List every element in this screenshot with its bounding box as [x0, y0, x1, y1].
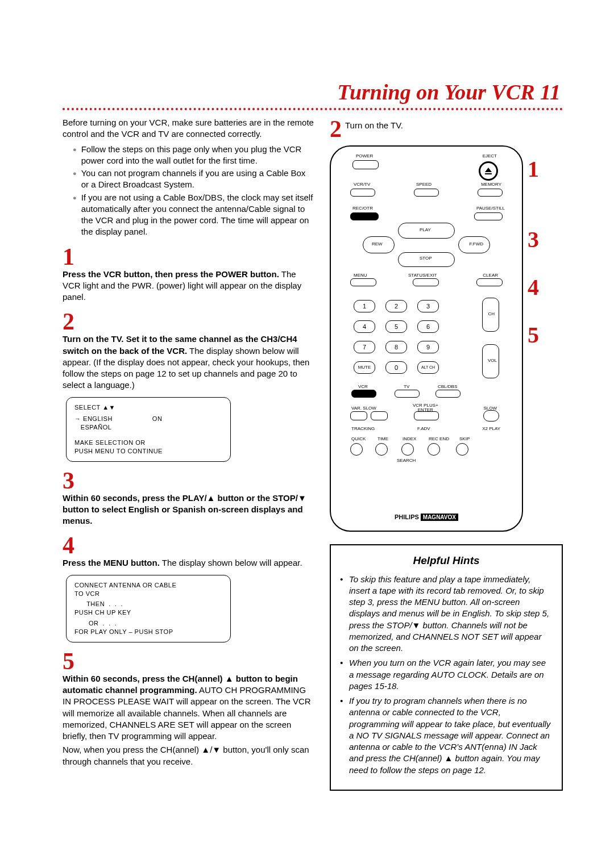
- key-2[interactable]: 2: [385, 300, 407, 312]
- clear-button[interactable]: [476, 278, 503, 286]
- right-step-2-number: 2: [330, 117, 342, 141]
- lbl-recend: REC END: [429, 436, 449, 441]
- key-6[interactable]: 6: [417, 320, 439, 333]
- side-num-4: 4: [528, 276, 539, 299]
- remote-side-numbers: 1 3 4 5: [528, 158, 539, 347]
- step-2-text: Turn on the TV. Set it to the same chann…: [63, 333, 314, 391]
- side-num-1: 1: [528, 158, 539, 181]
- lbl-time: TIME: [377, 436, 388, 441]
- lbl-stop: STOP: [420, 256, 432, 261]
- quick-button[interactable]: [350, 443, 363, 456]
- power-button[interactable]: [352, 160, 379, 169]
- recotr-button[interactable]: [350, 212, 379, 220]
- recend-button[interactable]: [428, 443, 440, 456]
- osd2-line4: PUSH CH UP KEY: [74, 608, 222, 617]
- right-column: 2 Turn on the TV. POWER EJECT VCR/TV SPE…: [330, 117, 563, 791]
- step-3-number: 3: [63, 469, 314, 493]
- lbl-varslow: VAR. SLOW: [351, 406, 376, 411]
- slow-button[interactable]: [483, 410, 499, 422]
- bullet-1: Follow the steps on this page only when …: [73, 144, 314, 167]
- lbl-play: PLAY: [420, 227, 431, 232]
- menu-button[interactable]: [350, 278, 376, 286]
- brand-magnavox: MAGNAVOX: [421, 514, 458, 521]
- skip-button[interactable]: [456, 443, 468, 456]
- left-column: Before turning on your VCR, make sure ba…: [63, 117, 314, 791]
- lbl-vcr: VCR: [358, 384, 368, 389]
- altch-button[interactable]: ALT CH: [417, 361, 439, 374]
- turn-on-tv-row: 2 Turn on the TV.: [330, 117, 563, 141]
- key-1[interactable]: 1: [354, 300, 375, 312]
- vcr-button[interactable]: [351, 390, 376, 398]
- bullet-2-text: You can not program channels if you are …: [81, 168, 314, 191]
- brand-philips: PHILIPS: [395, 514, 419, 520]
- bullet-3: If you are not using a Cable Box/DBS, th…: [73, 192, 314, 238]
- step-4-text: Press the MENU button. The display shown…: [63, 557, 314, 569]
- osd1-on: ON: [152, 415, 163, 423]
- status-button[interactable]: [413, 278, 439, 286]
- eject-button[interactable]: [479, 161, 498, 181]
- varslow-up[interactable]: [371, 411, 388, 420]
- key-5[interactable]: 5: [385, 320, 407, 333]
- osd1-espanol: ESPAÑOL: [74, 423, 222, 432]
- hint-2: When you turn on the VCR again later, yo…: [340, 657, 553, 692]
- lbl-vol: VOL: [488, 358, 497, 363]
- remote-wrap: POWER EJECT VCR/TV SPEED MEMORY REC/OTR …: [330, 141, 563, 544]
- key-9[interactable]: 9: [417, 341, 439, 353]
- lbl-recotr: REC/OTR: [352, 206, 373, 211]
- bullet-3-text: If you are not using a Cable Box/DBS, th…: [81, 192, 314, 238]
- onscreen-display-2: CONNECT ANTENNA OR CABLE TO VCR THEN . .…: [66, 575, 231, 642]
- hints-list: To skip this feature and play a tape imm…: [340, 574, 553, 776]
- lbl-index: INDEX: [403, 436, 416, 441]
- key-0[interactable]: 0: [385, 361, 407, 374]
- lbl-memory: MEMORY: [481, 182, 501, 187]
- varslow-down[interactable]: [350, 411, 367, 420]
- osd2-line3: THEN . . .: [74, 600, 222, 608]
- vcrtv-button[interactable]: [350, 189, 375, 197]
- hints-title: Helpful Hints: [340, 553, 553, 568]
- lbl-power: POWER: [356, 153, 373, 158]
- step-5-text: Within 60 seconds, press the CH(annel) ▲…: [63, 673, 314, 742]
- step-5-number: 5: [63, 649, 314, 673]
- vcrplus-button[interactable]: [414, 411, 439, 420]
- remote-diagram: POWER EJECT VCR/TV SPEED MEMORY REC/OTR …: [330, 145, 523, 532]
- lbl-ffwd: F.FWD: [470, 241, 483, 247]
- index-button[interactable]: [401, 443, 414, 456]
- lbl-tracking: TRACKING: [351, 426, 375, 431]
- divider-dots: [63, 108, 563, 110]
- lbl-pause: PAUSE/STILL: [476, 206, 505, 211]
- pause-button[interactable]: [474, 212, 503, 220]
- lbl-quick: QUICK: [351, 436, 366, 441]
- osd2-line6: FOR PLAY ONLY – PUSH STOP: [74, 628, 222, 636]
- lbl-x2: X2 PLAY: [482, 426, 500, 431]
- key-8[interactable]: 8: [385, 341, 407, 353]
- bullet-2: You can not program channels if you are …: [73, 168, 314, 191]
- side-num-3: 3: [528, 228, 539, 251]
- onscreen-display-1: SELECT ▲▼ → ENGLISH ON ESPAÑOL MAKE SELE…: [66, 397, 231, 462]
- side-num-5: 5: [528, 324, 539, 347]
- lbl-menu: MENU: [354, 273, 367, 278]
- page-title: Turning on Your VCR 11: [63, 80, 563, 105]
- osd1-line1: SELECT ▲▼: [74, 403, 222, 412]
- cbl-button[interactable]: [435, 390, 460, 398]
- lbl-speed: SPEED: [416, 182, 432, 187]
- lbl-fadv: F.ADV: [417, 426, 430, 431]
- lbl-skip: SKIP: [459, 436, 470, 441]
- step-3-bold: Within 60 seconds, press the PLAY/▲ butt…: [63, 493, 306, 526]
- helpful-hints-box: Helpful Hints To skip this feature and p…: [330, 544, 563, 791]
- key-7[interactable]: 7: [354, 341, 375, 353]
- key-3[interactable]: 3: [417, 300, 439, 312]
- tv-button[interactable]: [395, 390, 420, 398]
- memory-button[interactable]: [478, 189, 503, 197]
- two-column-layout: Before turning on your VCR, make sure ba…: [63, 117, 563, 791]
- lbl-tv: TV: [404, 384, 409, 389]
- lbl-rew: REW: [372, 241, 383, 247]
- time-button[interactable]: [375, 443, 388, 456]
- key-4[interactable]: 4: [354, 320, 375, 333]
- step-2-number: 2: [63, 310, 314, 333]
- step-4-number: 4: [63, 533, 314, 557]
- osd1-line5: PUSH MENU TO CONTINUE: [74, 447, 222, 456]
- mute-button[interactable]: MUTE: [354, 361, 375, 374]
- speed-button[interactable]: [414, 189, 439, 197]
- step-1-bold: Press the VCR button, then press the POW…: [63, 269, 279, 279]
- lbl-status: STATUS/EXIT: [408, 273, 437, 278]
